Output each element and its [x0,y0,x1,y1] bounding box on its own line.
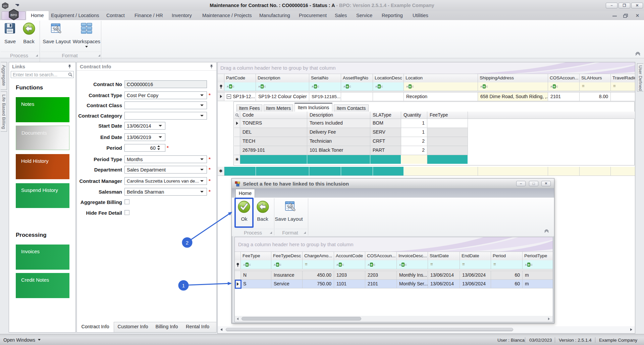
svg-text:BPO: BPO [10,13,17,17]
